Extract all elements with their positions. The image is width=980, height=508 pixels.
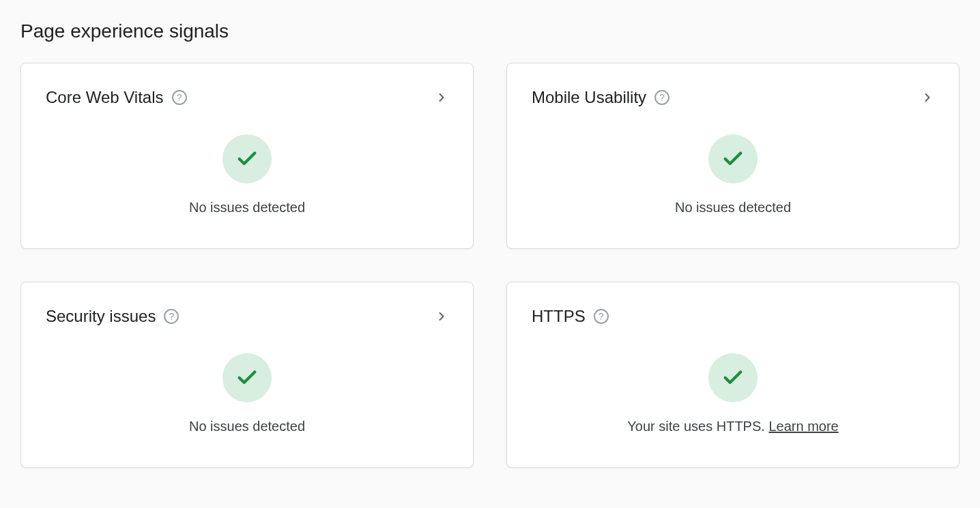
card-body: No issues detected (46, 134, 448, 215)
help-icon[interactable]: ? (594, 309, 609, 324)
chevron-right-icon[interactable] (435, 91, 448, 104)
card-title: HTTPS (532, 307, 586, 326)
status-text: No issues detected (189, 419, 305, 434)
status-text: No issues detected (189, 200, 305, 215)
page-title: Page experience signals (20, 20, 960, 42)
check-icon (721, 366, 745, 389)
status-text: Your site uses HTTPS. Learn more (627, 419, 838, 434)
help-icon[interactable]: ? (164, 309, 179, 324)
card-https: HTTPS ? Your site uses HTTPS. Learn more (506, 282, 960, 468)
card-header: HTTPS ? (532, 307, 934, 326)
chevron-right-icon[interactable] (435, 310, 448, 323)
status-success-icon (222, 134, 272, 183)
card-title: Core Web Vitals (46, 88, 164, 107)
status-success-icon (708, 134, 758, 183)
check-icon (235, 147, 259, 170)
card-title: Mobile Usability (532, 88, 646, 107)
card-body: Your site uses HTTPS. Learn more (532, 353, 934, 434)
card-body: No issues detected (532, 134, 934, 215)
check-icon (721, 147, 745, 170)
card-mobile-usability[interactable]: Mobile Usability ? No issues detected (506, 63, 960, 249)
card-security-issues[interactable]: Security issues ? No issues detected (20, 282, 474, 468)
cards-grid: Core Web Vitals ? No issues detected Mob… (20, 63, 960, 468)
chevron-right-icon[interactable] (921, 91, 934, 104)
card-core-web-vitals[interactable]: Core Web Vitals ? No issues detected (20, 63, 474, 249)
card-header: Core Web Vitals ? (46, 88, 448, 107)
card-body: No issues detected (46, 353, 448, 434)
status-success-icon (708, 353, 758, 402)
learn-more-link[interactable]: Learn more (768, 419, 838, 434)
card-title: Security issues (46, 307, 156, 326)
status-text: No issues detected (675, 200, 791, 215)
status-success-icon (222, 353, 272, 402)
card-header: Security issues ? (46, 307, 448, 326)
help-icon[interactable]: ? (172, 90, 187, 105)
check-icon (235, 366, 259, 389)
card-header: Mobile Usability ? (532, 88, 934, 107)
help-icon[interactable]: ? (654, 90, 669, 105)
https-status-prefix: Your site uses HTTPS. (627, 419, 768, 434)
